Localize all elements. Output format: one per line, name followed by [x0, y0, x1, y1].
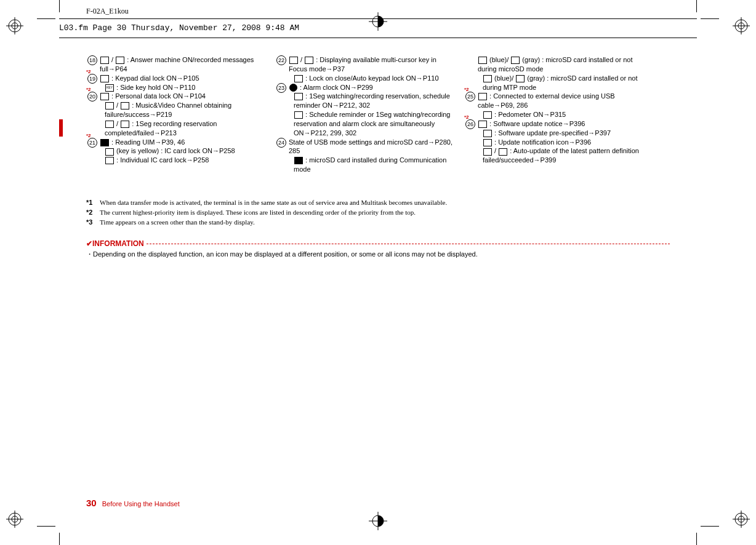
- status-icon: [478, 57, 487, 64]
- list-item: 24State of USB mode settings and microSD…: [275, 138, 456, 174]
- status-icon: [478, 121, 487, 128]
- crop-mark-icon: [59, 0, 60, 12]
- crop-mark-icon: [701, 18, 719, 19]
- item-number: 21: [87, 138, 97, 148]
- footnote-label: *3: [86, 218, 100, 227]
- list-item: (blue)/ (gray) : microSD card installed …: [464, 55, 645, 92]
- status-icon: [100, 75, 109, 82]
- status-icon: [100, 93, 109, 100]
- status-icon: [483, 111, 492, 119]
- footnote-row: *1When data transfer mode is activated, …: [86, 198, 671, 207]
- item-line: : Update notification icon→P396: [478, 138, 645, 147]
- footnote-text: When data transfer mode is activated, th…: [100, 198, 447, 207]
- item-number: 20: [87, 92, 97, 101]
- page-footer: 30 Before Using the Handset: [86, 497, 180, 509]
- item-line: : Software update pre-specified→P397: [478, 129, 645, 138]
- frame-rule: L03.fm Page 30 Thursday, November 27, 20…: [59, 18, 697, 38]
- status-icon: [116, 57, 124, 64]
- registration-target-icon: [6, 17, 23, 34]
- item-line: / : Answer machine ON/recorded messages …: [100, 55, 267, 74]
- item-line: KEY : Side key hold ON→P110: [100, 83, 267, 92]
- footnote-text: Time appears on a screen other than the …: [100, 218, 255, 227]
- status-icon: [511, 57, 520, 64]
- status-icon: [483, 148, 492, 156]
- crop-mark-icon: [696, 0, 697, 12]
- item-line: / : Auto-update of the latest pattern de…: [478, 146, 645, 165]
- item-number: 22: [276, 55, 286, 65]
- page-number: 30: [86, 498, 97, 508]
- item-line: : Personal data lock ON→P104: [100, 92, 267, 101]
- item-number: 24: [276, 138, 286, 148]
- column-2: 22 / : Displaying available multi-cursor…: [275, 55, 456, 174]
- status-icon: [294, 157, 303, 164]
- column-3: (blue)/ (gray) : microSD card installed …: [464, 55, 645, 174]
- list-item: *225 : Connected to external device usin…: [464, 92, 645, 119]
- status-icon: [294, 75, 303, 82]
- crop-mark-icon: [37, 18, 55, 19]
- item-line: : Lock on close/Auto keypad lock ON→P110: [289, 74, 456, 83]
- information-header: ✔INFORMATION: [86, 239, 670, 249]
- status-icon: [294, 111, 303, 119]
- list-item: 23 : Alarm clock ON→P299 : 1Seg watching…: [275, 83, 456, 138]
- status-icon: [294, 93, 303, 100]
- frame-meta-text: L03.fm Page 30 Thursday, November 27, 20…: [59, 23, 299, 33]
- item-line: (blue)/ (gray) : microSD card installed …: [478, 74, 645, 92]
- key-icon: KEY: [105, 84, 114, 92]
- item-line: : Schedule reminder or 1Seg watching/rec…: [289, 110, 456, 138]
- registration-target-icon: [6, 511, 23, 528]
- item-line: : Software update notice→P396: [478, 119, 645, 129]
- status-icon: [121, 121, 129, 128]
- registration-target-icon: [733, 17, 750, 34]
- item-line: : Individual IC card lock→P258: [100, 156, 267, 165]
- status-icon: [499, 148, 507, 156]
- registration-target-icon: [733, 511, 750, 528]
- page-tab: [59, 119, 63, 137]
- item-line: : Pedometer ON→P315: [478, 110, 645, 119]
- list-item: *220 : Personal data lock ON→P104 / : Mu…: [86, 92, 267, 137]
- item-line: : microSD card installed during Communic…: [289, 156, 456, 174]
- item-line: / : Displaying available multi-cursor ke…: [289, 55, 456, 74]
- fold-mark-icon: [369, 512, 387, 533]
- status-icon: [105, 157, 114, 164]
- footnotes: *1When data transfer mode is activated, …: [86, 198, 671, 228]
- item-number: 18: [87, 55, 97, 65]
- item-line: : Reading UIM→P39, 46: [100, 138, 267, 147]
- main-content: 18 / : Answer machine ON/recorded messag…: [86, 55, 756, 174]
- status-icon: [516, 75, 525, 82]
- item-line: : Alarm clock ON→P299: [289, 83, 456, 92]
- status-icon: [289, 84, 297, 92]
- list-item: 22 / : Displaying available multi-cursor…: [275, 55, 456, 83]
- item-number: 23: [276, 83, 286, 93]
- bullet-prefix: ・: [86, 250, 93, 258]
- status-icon: [105, 102, 114, 109]
- status-icon: [483, 139, 492, 146]
- crop-mark-icon: [701, 526, 719, 527]
- footnote-label: *1: [86, 198, 100, 207]
- status-icon: [100, 57, 109, 64]
- status-icon: [105, 121, 114, 128]
- item-line: / : Music&Video Channel obtaining failur…: [100, 101, 267, 119]
- list-item: *219 : Keypad dial lock ON→P105KEY : Sid…: [86, 74, 267, 92]
- status-icon: [483, 75, 492, 82]
- item-line: (key is yellow) : IC card lock ON→P258: [100, 146, 267, 156]
- list-item: *226 : Software update notice→P396 : Sof…: [464, 119, 645, 165]
- footnote-row: *2The current highest-priority item is d…: [86, 208, 671, 217]
- status-icon: [483, 130, 492, 137]
- item-number: 25: [465, 92, 475, 101]
- crop-mark-icon: [37, 526, 55, 527]
- status-icon: [121, 102, 129, 109]
- header-filename: F-02A_E1kou: [86, 6, 129, 16]
- information-text: Depending on the displayed function, an …: [93, 250, 478, 258]
- item-line: / : 1Seg recording reservation completed…: [100, 119, 267, 138]
- status-icon: [105, 148, 114, 156]
- information-title: ✔INFORMATION: [86, 239, 144, 249]
- item-text: State of USB mode settings and microSD c…: [289, 138, 456, 156]
- item-number: 26: [465, 119, 475, 129]
- status-icon: [289, 57, 298, 64]
- crop-mark-icon: [696, 533, 697, 545]
- information-block: ✔INFORMATION ・Depending on the displayed…: [86, 239, 670, 259]
- list-item: *221 : Reading UIM→P39, 46 (key is yello…: [86, 138, 267, 165]
- status-icon: [478, 93, 487, 100]
- section-title: Before Using the Handset: [102, 500, 180, 507]
- item-number: 19: [87, 74, 97, 84]
